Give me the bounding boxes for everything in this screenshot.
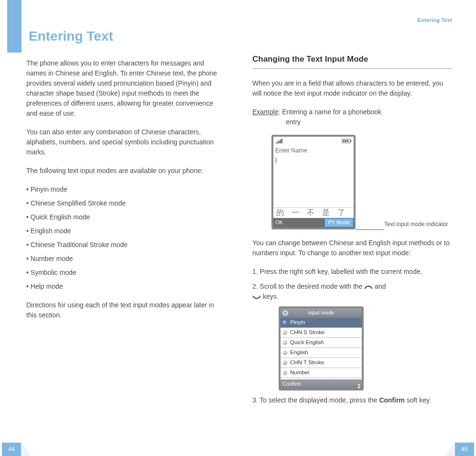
intro-para-1: The phone allows you to enter characters…: [26, 58, 224, 119]
section-intro: When you are in a field that allows char…: [252, 78, 452, 98]
list-item: • Chinese Simplified Stroke mode: [26, 198, 224, 208]
nav-down-icon: [252, 292, 261, 302]
menu-title-icon: [282, 310, 289, 316]
step-3b: soft key.: [405, 396, 431, 404]
menu-item-label: English: [290, 348, 308, 357]
menu-item-label: Pinyin: [290, 318, 305, 326]
phone-screen-input-mode-menu: input mode Pinyin CHN S Stroke Quick Eng…: [279, 306, 364, 391]
softkey-input-mode[interactable]: PY Mode: [324, 218, 354, 228]
svg-rect-1: [350, 140, 351, 142]
radio-icon: [282, 370, 287, 375]
page-number-left: 44: [2, 443, 21, 456]
list-item: • Chinese Traditional Stroke mode: [26, 240, 224, 250]
menu-item-label: Quick English: [290, 338, 324, 347]
page-number-right: 45: [455, 443, 474, 456]
section-title: Changing the Text Input Mode: [252, 53, 452, 69]
list-item: • Number mode: [26, 254, 224, 264]
nav-up-icon: [364, 282, 373, 292]
menu-item-chn-t-stroke[interactable]: CHN T Stroke: [281, 358, 362, 368]
example-text: : Entering a name for a phonebook: [278, 108, 381, 116]
step-2: 2. Scroll to the desired mode with the a…: [252, 282, 452, 302]
step-3: 3. To select the displayed mode, press t…: [252, 395, 452, 405]
page-corner-decoration: [21, 443, 32, 456]
menu-item-quick-english[interactable]: Quick English: [281, 338, 362, 348]
intro-para-2: You can also enter any combination of Ch…: [26, 127, 224, 157]
text-cursor: |: [275, 155, 352, 161]
radio-icon: [282, 330, 287, 335]
list-item: • Help mode: [26, 282, 224, 292]
list-item: • English mode: [26, 226, 224, 236]
page-corner-decoration: [444, 443, 455, 456]
step-2a: 2. Scroll to the desired mode with the: [252, 282, 364, 290]
radio-icon: [282, 320, 287, 325]
example-line: Example: Entering a name for a phonebook…: [252, 107, 452, 127]
callout-text-input-mode: Text input mode indicator: [384, 220, 451, 229]
svg-rect-2: [343, 140, 345, 142]
step-2b: and: [375, 282, 386, 290]
softkey-ok[interactable]: OK: [273, 218, 324, 228]
signal-icon: [275, 138, 286, 144]
radio-icon: [282, 350, 287, 355]
intro-para-3: The following text input modes are avail…: [26, 166, 224, 176]
step-2c: keys.: [263, 293, 279, 300]
after-screen-para: You can change between Chinese and Engli…: [252, 238, 452, 258]
screen-field-title: Enter Name: [275, 146, 352, 155]
list-item: • Quick English mode: [26, 212, 224, 222]
candidate-bar: 的 一 不 是 了: [273, 207, 354, 218]
list-item: • Pinyin mode: [26, 185, 224, 195]
top-accent-bar: [7, 0, 22, 53]
menu-item-chn-s-stroke[interactable]: CHN S Stroke: [281, 328, 362, 338]
battery-icon: [342, 138, 352, 144]
menu-item-label: CHN T Stroke: [290, 358, 324, 367]
menu-item-pinyin[interactable]: Pinyin: [281, 318, 362, 328]
running-header: Entering Text: [417, 16, 452, 24]
softkey-confirm[interactable]: Confirm: [282, 380, 301, 388]
svg-rect-3: [345, 140, 346, 142]
callout-leader-line: [356, 229, 384, 230]
step-1: 1. Press the right soft key, labelled wi…: [252, 267, 452, 277]
menu-item-number[interactable]: Number: [281, 368, 362, 378]
step-3-keyword: Confirm: [379, 396, 405, 404]
menu-item-english[interactable]: English: [281, 348, 362, 358]
example-sub: entry: [252, 117, 452, 127]
phone-screen-enter-name: Enter Name | 的 一 不 是 了 OK PY Mode: [271, 135, 356, 229]
menu-title: input mode: [308, 309, 334, 317]
example-label: Example: [252, 108, 278, 116]
input-modes-list: • Pinyin mode • Chinese Simplified Strok…: [26, 185, 224, 292]
scroll-arrow-icon: [357, 382, 360, 386]
list-item: • Symbolic mode: [26, 268, 224, 278]
radio-icon: [282, 360, 287, 365]
radio-icon: [282, 340, 287, 345]
page-title: Entering Text: [29, 26, 224, 46]
callout-label: Text input mode indicator: [384, 221, 448, 228]
menu-item-label: Number: [290, 369, 310, 377]
menu-item-label: CHN S Stroke: [290, 328, 325, 337]
intro-para-4: Directions for using each of the text in…: [26, 300, 224, 320]
step-3a: 3. To select the displayed mode, press t…: [252, 396, 379, 404]
svg-rect-4: [347, 140, 348, 142]
